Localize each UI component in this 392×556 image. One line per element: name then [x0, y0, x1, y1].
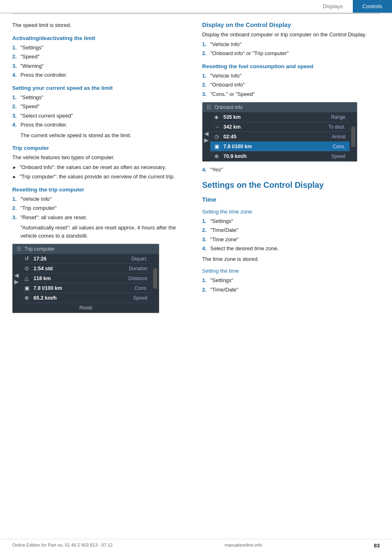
display-list: 1. "Vehicle Info" 2. "Onboard info" or "… — [202, 40, 380, 58]
list-item: 1. "Settings" — [202, 276, 380, 285]
onboard-row-speed: ⊕ 70.9 km/h Speed — [210, 151, 350, 161]
main-heading-settings: Settings on the Control Display — [202, 180, 380, 190]
section-heading-time: Time — [202, 196, 380, 203]
list-item: 1. "Settings" — [12, 44, 190, 52]
speed-icon: ⊕ — [24, 295, 33, 301]
depart-icon: ↺ — [24, 256, 33, 262]
arrival-icon: ◷ — [214, 133, 223, 140]
list-item: 2. "Onboard info" — [202, 81, 380, 89]
list-item: 2. "Time/Date" — [202, 286, 380, 294]
duration-icon: ⊙ — [24, 265, 33, 271]
screen-row-cons: ▣ 7.8 l/100 km Cons. — [20, 283, 151, 293]
onboard-row-arrival: ◷ 02:45 Arrival — [210, 132, 350, 142]
list-item: 3. "Time zone" — [202, 236, 380, 244]
cons-icon: ▣ — [24, 285, 33, 291]
speed-limit-note: The current vehicle speed is stored as t… — [20, 131, 190, 140]
activate-list: 1. "Settings" 2. "Speed" 3. "Warning" 4.… — [12, 44, 190, 79]
list-item: 1. "Vehicle Info" — [12, 195, 190, 203]
screen-rows-container: ↺ 17:26 Depart. ⊙ 1:54 std Duration △ 11… — [20, 254, 151, 303]
onboard-title-bar: ☷ Onboard info — [203, 102, 357, 112]
onboard-row-cons-highlighted: ▣ 7.8 l/100 km Cons. — [210, 142, 350, 151]
tab-controls[interactable]: Controls — [353, 0, 392, 13]
trip-computer-screen: ☷ Trip computer ◀▶ ↺ 17:26 Depart. — [12, 244, 159, 313]
list-item: 3. "Cons." or "Speed" — [202, 90, 380, 98]
section-heading-speed-limit: Setting your current speed as the limit — [12, 85, 190, 91]
list-item: 3. "Reset": all values are reset. — [12, 214, 190, 222]
onboard-title-text: Onboard info — [214, 105, 243, 110]
screen-body: ◀▶ ↺ 17:26 Depart. ⊙ 1:54 std Duration — [13, 254, 159, 303]
list-item: 1. "Settings" — [202, 217, 380, 225]
screen-title-text: Trip computer — [24, 246, 55, 252]
footer-manual: manualsonline.info — [225, 543, 262, 549]
list-item: 3. "Warning" — [12, 62, 190, 70]
header-tabs: Displays Controls — [0, 0, 392, 13]
tz-list: 1. "Settings" 2. "Time/Date" 3. "Time zo… — [202, 217, 380, 253]
yes-list: 4. "Yes" — [202, 166, 380, 174]
section-heading-setting-time: Setting the time — [202, 268, 380, 274]
screen-title-icon: ☷ — [17, 246, 21, 252]
display-body: Display the onboard computer or trip com… — [202, 31, 380, 39]
left-column: The speed limit is stored. Activating/de… — [12, 21, 190, 317]
section-heading-tz: Setting the time zone — [202, 209, 380, 215]
list-item: 2. "Onboard info" or "Trip computer" — [202, 49, 380, 58]
onboard-speed-icon: ⊕ — [214, 153, 223, 159]
list-item: 1. "Vehicle Info" — [202, 40, 380, 49]
screen-row-depart: ↺ 17:26 Depart. — [20, 254, 151, 264]
speed-limit-list: 1. "Settings" 2. "Speed" 3. "Select curr… — [12, 93, 190, 129]
onboard-rows: ◈ 535 km Range → 342 km To dest. ◷ 02:45 — [210, 112, 350, 161]
section-heading-reset-trip: Resetting the trip computer — [12, 187, 190, 193]
tz-note: The time zone is stored. — [202, 255, 380, 263]
intro-text: The speed limit is stored. — [12, 21, 190, 29]
trip-computer-screen-wrapper: ☷ Trip computer ◀▶ ↺ 17:26 Depart. — [12, 244, 190, 313]
distance-icon: △ — [24, 275, 33, 281]
list-item: ► "Onboard info": the values can be rese… — [12, 163, 190, 171]
trip-bullets: ► "Onboard info": the values can be rese… — [12, 163, 190, 181]
onboard-nav-left: ◀▶ — [203, 112, 210, 161]
reset-trip-note: "Automatically reset": all values are re… — [20, 224, 190, 240]
list-item: 4. "Yes" — [202, 166, 380, 174]
onboard-nav-right — [350, 112, 357, 161]
footer-text: Online Edition for Part no. 01 40 2 903 … — [12, 543, 113, 549]
scroll-indicator — [153, 268, 157, 289]
content-wrapper: The speed limit is stored. Activating/de… — [0, 14, 392, 325]
screen-reset-btn: Reset — [13, 303, 159, 313]
list-item: 3. "Select current speed" — [12, 112, 190, 120]
onboard-screen: ☷ Onboard info ◀▶ ◈ 535 km Range — [202, 102, 357, 162]
onboard-screen-wrapper: ☷ Onboard info ◀▶ ◈ 535 km Range — [202, 102, 380, 162]
list-item: 2. "Speed" — [12, 102, 190, 111]
nav-left-arrow: ◀▶ — [13, 254, 20, 303]
onboard-scroll-indicator — [351, 127, 355, 147]
page-footer: Online Edition for Part no. 01 40 2 903 … — [0, 539, 392, 549]
right-column: Display on the Control Display Display t… — [202, 21, 380, 317]
dest-icon: → — [214, 124, 223, 130]
onboard-row-dest: → 342 km To dest. — [210, 122, 350, 132]
screen-row-speed: ⊕ 65.2 km/h Speed — [20, 293, 151, 303]
list-item: 2. "Time/Date" — [202, 226, 380, 234]
list-item: 4. Press the controller. — [12, 71, 190, 79]
list-item: 2. "Speed" — [12, 53, 190, 61]
section-heading-activate: Activating/deactivating the limit — [12, 35, 190, 41]
onboard-cons-icon: ▣ — [214, 143, 223, 149]
reset-trip-list: 1. "Vehicle Info" 2. "Trip computer" 3. … — [12, 195, 190, 222]
section-heading-trip: Trip computer — [12, 145, 190, 151]
screen-title-bar: ☷ Trip computer — [13, 244, 159, 254]
list-item: 4. Select the desired time zone. — [202, 245, 380, 253]
section-heading-display: Display on the Control Display — [202, 21, 380, 28]
screen-row-duration: ⊙ 1:54 std Duration — [20, 264, 151, 274]
list-item: ► "Trip computer": the values provide an… — [12, 173, 190, 181]
list-item: 1. "Settings" — [12, 93, 190, 102]
list-item: 4. Press the controller. — [12, 121, 190, 129]
screen-row-distance: △ 118 km Distance — [20, 274, 151, 283]
page-number: 83 — [374, 543, 380, 549]
list-item: 2. "Trip computer" — [12, 204, 190, 212]
tab-displays[interactable]: Displays — [313, 0, 352, 13]
onboard-row-range: ◈ 535 km Range — [210, 112, 350, 122]
time-list: 1. "Settings" 2. "Time/Date" — [202, 276, 380, 294]
nav-right-side — [151, 254, 159, 303]
trip-body: The vehicle features two types of comput… — [12, 153, 190, 162]
onboard-title-icon: ☷ — [207, 105, 211, 110]
range-icon: ◈ — [214, 114, 223, 120]
section-heading-reset-fuel: Resetting the fuel consumption and speed — [202, 63, 380, 69]
reset-fuel-list: 1. "Vehicle Info" 2. "Onboard info" 3. "… — [202, 72, 380, 98]
onboard-body: ◀▶ ◈ 535 km Range → 342 km To dest. — [203, 112, 357, 161]
